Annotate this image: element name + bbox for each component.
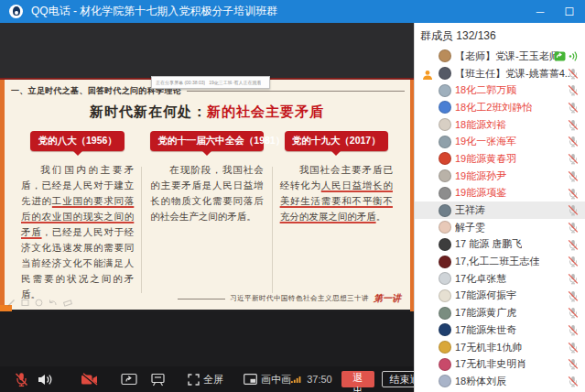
slide-columns: 党的八大（1956） 我们国内的主要矛盾，已经是人民对于建立先进的工业国的要求同… [13, 131, 401, 302]
avatar [439, 238, 451, 251]
member-status-icons [568, 188, 579, 200]
member-row[interactable]: 17 能源 唐鹏飞 [415, 236, 585, 254]
annotation-toolbar[interactable] [7, 299, 73, 307]
member-status-icons [568, 136, 579, 147]
member-name: 19能源孙尹 [455, 169, 506, 183]
exit-button[interactable]: 退出 [341, 371, 374, 387]
member-row[interactable]: 19化一张海军 [415, 133, 585, 150]
member-name: 18粉体刘辰 [455, 375, 506, 388]
member-name: 18化工2班刘静怡 [455, 101, 532, 114]
screen-share-active-icon [554, 50, 566, 62]
member-row[interactable]: 王祥涛 [415, 201, 585, 219]
pen-icon[interactable] [7, 299, 16, 307]
speaker-button[interactable] [38, 373, 53, 387]
member-name: 18化二郭万顾 [455, 83, 516, 97]
fullscreen-button[interactable]: 全屏 [188, 373, 223, 387]
member-row[interactable]: 19能源孙尹 [415, 168, 585, 185]
member-status-icons [568, 342, 579, 354]
avatar [439, 341, 451, 354]
column-header-badge: 党的八大（1956） [30, 131, 124, 151]
avatar [439, 272, 451, 285]
mic-muted-icon [568, 68, 579, 80]
member-row[interactable]: 【老师】党课-王玉老师 [415, 48, 585, 65]
slide-footer: 习近平新时代中国特色社会主义思想三十讲 第一讲 [178, 292, 401, 305]
mic-muted-icon [568, 170, 579, 182]
camera-muted-button[interactable] [81, 373, 98, 387]
member-status-icons [568, 376, 579, 387]
qq-call-window: QQ电话 - 材化学院第十七期入党积极分子培训班群 ─ ☐ 一、立足时代之基、回… [0, 0, 585, 392]
member-name: 17无机非史明肖 [455, 357, 526, 371]
avatar [439, 204, 451, 217]
member-row[interactable]: 18能源刘裕 [415, 116, 585, 134]
member-name: 17化卓张慧 [455, 272, 506, 286]
avatar [439, 323, 451, 336]
column-header-badge: 党的十九大（2017） [285, 131, 388, 151]
member-row[interactable]: 【班主任】党课-姚蔷蔷4.. [415, 65, 585, 82]
member-row[interactable]: 17无机非史明肖 [415, 355, 585, 373]
member-row[interactable]: 19能源项鉴 [415, 185, 585, 202]
column-1981: 党的十一届六中全会（1981） 在现阶段，我国社会的主要矛盾是人民日益增长的物质… [142, 131, 271, 302]
shared-screen-area: 一、立足时代之基、回答时代之问的科学理论 正在分享屏幕 (00:38:03) 1… [0, 23, 414, 392]
slide-title: 新时代新在何处：新的社会主要矛盾 [0, 103, 414, 121]
member-name: 17能源朱世奇 [455, 323, 516, 337]
avatar [439, 375, 451, 387]
circle-tool-icon[interactable] [35, 299, 43, 307]
avatar [439, 187, 451, 200]
member-row[interactable]: 17化卓张慧 [415, 270, 585, 288]
signal-strength-icon [291, 374, 302, 385]
member-status-icons [568, 119, 579, 131]
microphone-muted-button[interactable] [15, 372, 28, 387]
mic-muted-icon [568, 358, 579, 370]
pip-button[interactable]: 画中画 [244, 373, 291, 387]
share-status-text: 正在分享屏幕 (00:38:03) [156, 80, 205, 85]
member-row[interactable]: 17能源黄广虎 [415, 304, 585, 321]
eraser-icon[interactable] [63, 299, 73, 307]
member-status-icons [568, 204, 579, 216]
column-2017: 党的十九大（2017） 我国社会主要矛盾已经转化为人民日益增长的美好生活需要和不… [272, 131, 401, 302]
member-status-icons [554, 50, 579, 62]
member-row[interactable]: 18化工2班刘静怡 [415, 99, 585, 116]
mic-muted-icon [568, 136, 579, 147]
member-name: 17无机非1仇帅 [455, 341, 522, 354]
member-row[interactable]: 17能源何振宇 [415, 288, 585, 305]
mic-muted-icon [568, 222, 579, 234]
letterbox-top [0, 23, 414, 78]
member-row[interactable]: 17,化工二班王志佳 [415, 253, 585, 270]
member-name: 17能源黄广虎 [455, 306, 516, 320]
member-row[interactable]: 17能源朱世奇 [415, 321, 585, 339]
column-divider [141, 167, 142, 293]
member-status-icons [568, 256, 579, 267]
member-status-icons [568, 290, 579, 302]
mic-muted-icon [568, 342, 579, 354]
member-status-icons [568, 170, 579, 182]
share-viewers-text: 19化三工班·有人正在观看 [209, 80, 261, 85]
rectangle-tool-icon[interactable] [21, 299, 29, 307]
voice-active-icon [569, 50, 579, 62]
member-list: 【老师】党课-王玉老师 【班主任】党课-姚蔷蔷4.. 18化二郭万顾 [415, 48, 585, 392]
section-divider-line [187, 91, 405, 92]
avatar [439, 307, 451, 320]
member-row[interactable]: 17无机非1仇帅 [415, 339, 585, 356]
member-name: 18能源刘裕 [455, 118, 506, 132]
member-count-header: 群成员 132/136 [415, 23, 585, 48]
whiteboard-button[interactable] [150, 373, 166, 387]
member-row[interactable]: 解子雯 [415, 219, 585, 236]
undo-icon[interactable] [49, 299, 58, 307]
mic-muted-icon [568, 324, 579, 336]
member-name: 王祥涛 [455, 203, 485, 217]
member-status-icons [568, 222, 579, 234]
maximize-button[interactable]: ☐ [563, 7, 576, 16]
member-status-icons [568, 68, 579, 80]
member-row[interactable]: 18化二郭万顾 [415, 82, 585, 99]
minimize-button[interactable]: ─ [534, 7, 547, 16]
member-row[interactable]: 19能源黄春羽 [415, 150, 585, 168]
avatar [439, 221, 451, 234]
fullscreen-icon [188, 374, 200, 386]
letterbox-bottom [0, 311, 414, 366]
mic-muted-icon [568, 273, 579, 285]
member-name: 19化一张海军 [455, 135, 516, 148]
member-status-icons [568, 307, 579, 319]
share-screen-button[interactable] [121, 373, 137, 387]
avatar [439, 49, 451, 62]
member-row[interactable]: 18粉体刘辰 [415, 373, 585, 390]
